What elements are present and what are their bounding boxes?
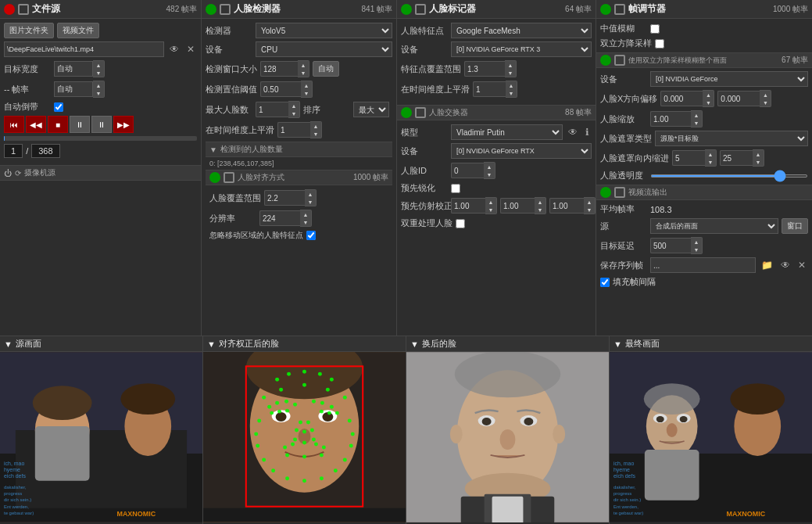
blur-input[interactable] xyxy=(720,150,753,166)
morph-1-down[interactable]: ▼ xyxy=(485,206,496,214)
sort-select[interactable]: 最大 xyxy=(353,102,389,117)
eye-icon[interactable]: 👁 xyxy=(167,43,181,56)
erode-down[interactable]: ▼ xyxy=(705,158,716,166)
window-auto-btn[interactable]: 自动 xyxy=(313,61,339,77)
eye-save-btn[interactable]: 👁 xyxy=(778,259,792,271)
detector-select[interactable]: YoloV5 xyxy=(256,23,392,38)
faceid-up[interactable]: ▲ xyxy=(484,163,495,170)
adjuster-power-btn[interactable] xyxy=(600,4,611,15)
morph-2-up[interactable]: ▲ xyxy=(535,198,546,206)
skip-back-btn[interactable]: ⏮ xyxy=(4,116,24,133)
super-device-select[interactable]: [0] NVIDIA GeForce xyxy=(650,71,808,87)
marker-device-select[interactable]: [0] NVIDIA GeForce RTX 3 xyxy=(451,41,592,57)
marker-smooth-down[interactable]: ▼ xyxy=(506,89,517,97)
threshold-up[interactable]: ▲ xyxy=(301,81,312,89)
morph-1-up[interactable]: ▲ xyxy=(485,198,496,206)
offset-x-up[interactable]: ▲ xyxy=(703,91,714,99)
erode-up[interactable]: ▲ xyxy=(705,150,716,158)
mask-type-select[interactable]: 源脸*目标脸 xyxy=(655,131,808,146)
target-width-up[interactable]: ▲ xyxy=(93,61,104,69)
output-window-btn[interactable]: 窗口 xyxy=(782,218,808,234)
fill-checkbox[interactable] xyxy=(600,278,610,287)
resolution-input[interactable] xyxy=(259,210,300,226)
offset-x-down[interactable]: ▼ xyxy=(703,99,714,106)
morph-3-up[interactable]: ▲ xyxy=(584,198,595,206)
exchanger-device-select[interactable]: [0] NVIDIA GeForce RTX xyxy=(451,143,592,159)
ignore-moving-checkbox[interactable] xyxy=(306,231,316,240)
detection-count-divider[interactable]: ▼ 检测到的人脸数量 xyxy=(206,142,392,157)
max-faces-down[interactable]: ▼ xyxy=(288,109,299,117)
rate-input[interactable] xyxy=(54,81,93,97)
resolution-up[interactable]: ▲ xyxy=(300,210,311,218)
delay-input[interactable] xyxy=(650,238,691,253)
smooth-down[interactable]: ▼ xyxy=(310,130,321,138)
exchanger-power-btn[interactable] xyxy=(401,107,412,118)
align-section-divider[interactable]: 人脸对齐方式 1000 帧率 xyxy=(206,170,392,185)
blur-up[interactable]: ▲ xyxy=(753,150,764,158)
median-checkbox[interactable] xyxy=(650,24,660,34)
marker-smooth-up[interactable]: ▲ xyxy=(506,81,517,89)
opacity-slider[interactable] xyxy=(650,174,808,178)
stop-btn[interactable]: ■ xyxy=(48,116,68,133)
resolution-down[interactable]: ▼ xyxy=(300,218,311,226)
blur-down[interactable]: ▼ xyxy=(753,158,764,166)
faceid-input[interactable] xyxy=(451,163,484,178)
camera-section-divider[interactable]: ⏻ ⟳ 摄像机源 xyxy=(0,165,201,181)
source-power-btn[interactable] xyxy=(4,4,15,15)
device-select[interactable]: CPU xyxy=(256,41,392,57)
offset-y-up[interactable]: ▲ xyxy=(760,91,771,99)
rate-up[interactable]: ▲ xyxy=(93,81,104,89)
source-stream-select[interactable]: 合成后的画面 xyxy=(650,218,778,234)
max-faces-up[interactable]: ▲ xyxy=(288,102,299,109)
window-size-input[interactable] xyxy=(260,61,298,77)
marker-power-btn[interactable] xyxy=(401,4,412,15)
landmark-select[interactable]: Google FaceMesh xyxy=(451,23,592,38)
eye-model-btn[interactable]: 👁 xyxy=(566,126,580,138)
smooth-input[interactable] xyxy=(277,122,310,138)
morph-3-down[interactable]: ▼ xyxy=(584,206,595,214)
threshold-input[interactable] xyxy=(260,81,301,97)
close-save-btn[interactable]: ✕ xyxy=(796,259,808,271)
double-process-checkbox[interactable] xyxy=(456,219,465,228)
threshold-down[interactable]: ▼ xyxy=(301,89,312,97)
images-folder-tab[interactable]: 图片文件夹 xyxy=(4,23,54,38)
auto-loop-checkbox[interactable] xyxy=(54,102,63,112)
window-size-up[interactable]: ▲ xyxy=(298,61,309,69)
info-model-btn[interactable]: ℹ xyxy=(583,126,592,138)
range-down[interactable]: ▼ xyxy=(505,69,516,77)
detector-power-btn[interactable] xyxy=(206,4,216,15)
faceid-down[interactable]: ▼ xyxy=(484,170,495,178)
max-faces-input[interactable] xyxy=(256,102,288,117)
scale-up[interactable]: ▲ xyxy=(691,111,702,119)
marker-smooth-input[interactable] xyxy=(473,81,506,97)
filepath-input[interactable] xyxy=(4,41,164,57)
morph-input-1[interactable] xyxy=(451,198,485,214)
range-up[interactable]: ▲ xyxy=(505,61,516,69)
target-width-input[interactable] xyxy=(54,61,93,77)
morph-2-down[interactable]: ▼ xyxy=(535,206,546,214)
offset-x-input[interactable] xyxy=(660,91,703,106)
window-size-down[interactable]: ▼ xyxy=(298,69,309,77)
morph-input-2[interactable] xyxy=(500,198,535,214)
prev-btn[interactable]: ◀◀ xyxy=(26,116,46,133)
play-btn[interactable]: ⏸ xyxy=(91,116,112,133)
align-power-btn[interactable] xyxy=(209,172,220,183)
close-filepath-btn[interactable]: ✕ xyxy=(184,43,197,56)
erode-input[interactable] xyxy=(672,150,705,166)
range-input[interactable] xyxy=(464,61,505,77)
target-width-down[interactable]: ▼ xyxy=(93,69,104,77)
bilateral-checkbox[interactable] xyxy=(655,39,664,48)
super-power-btn[interactable] xyxy=(600,55,611,66)
video-file-tab[interactable]: 视频文件 xyxy=(57,23,99,38)
pre-sharpen-checkbox[interactable] xyxy=(451,184,460,193)
folder-icon-btn[interactable]: 📁 xyxy=(759,259,775,271)
delay-down[interactable]: ▼ xyxy=(691,246,702,253)
coverage-down[interactable]: ▼ xyxy=(305,198,316,206)
stream-section-divider[interactable]: 视频流输出 xyxy=(596,185,812,200)
coverage-up[interactable]: ▲ xyxy=(305,190,316,198)
next-btn[interactable]: ▶▶ xyxy=(113,116,134,133)
save-seq-input[interactable] xyxy=(650,257,756,273)
scale-down[interactable]: ▼ xyxy=(691,119,702,127)
exchanger-section-divider[interactable]: 人脸交换器 88 帧率 xyxy=(397,105,596,120)
delay-up[interactable]: ▲ xyxy=(691,238,702,246)
